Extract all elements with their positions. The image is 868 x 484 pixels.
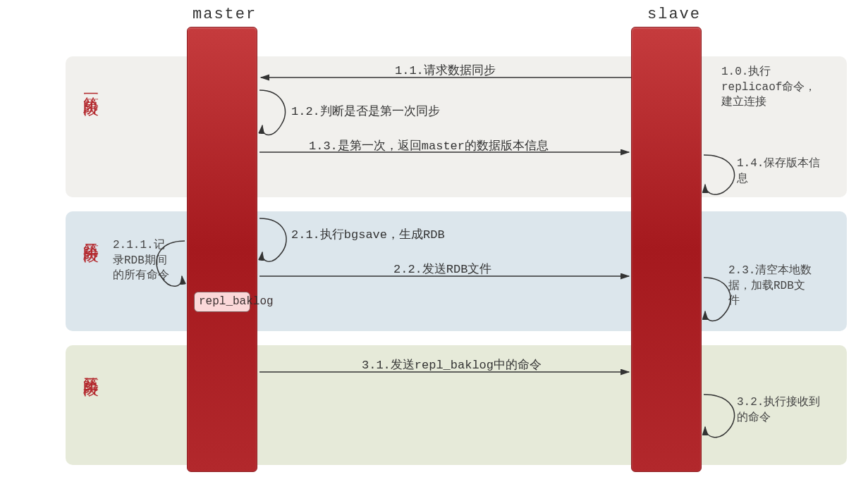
slave-lifeline [631, 27, 702, 472]
note-2-1-1: 2.1.1.记录RDB期间的所有命令 [113, 238, 169, 284]
master-header: master [192, 6, 257, 23]
msg-2-2: 2.2.发送RDB文件 [393, 261, 491, 277]
note-1-4: 1.4.保存版本信息 [737, 156, 821, 187]
master-lifeline [187, 27, 257, 472]
repl-baklog-box: repl_baklog [194, 292, 250, 312]
note-1-0: 1.0.执行replicaof命令，建立连接 [721, 65, 827, 111]
note-2-3: 2.3.清空本地数据，加载RDB文件 [728, 263, 813, 309]
msg-1-2: 1.2.判断是否是第一次同步 [291, 103, 440, 119]
slave-header: slave [647, 6, 701, 23]
note-3-2: 3.2.执行接收到的命令 [737, 395, 821, 426]
msg-1-3: 1.3.是第一次，返回master的数据版本信息 [309, 137, 549, 154]
sequence-diagram: master slave 第一阶段 第二阶段 第三阶段 repl_baklog … [0, 0, 868, 484]
msg-2-1: 2.1.执行bgsave，生成RDB [291, 226, 445, 242]
msg-3-1: 3.1.发送repl_baklog中的命令 [362, 356, 542, 373]
phase-1-label: 第一阶段 [79, 85, 100, 90]
phase-2-label: 第二阶段 [79, 231, 100, 237]
msg-1-1: 1.1.请求数据同步 [395, 62, 496, 78]
phase-3-label: 第三阶段 [79, 365, 100, 371]
